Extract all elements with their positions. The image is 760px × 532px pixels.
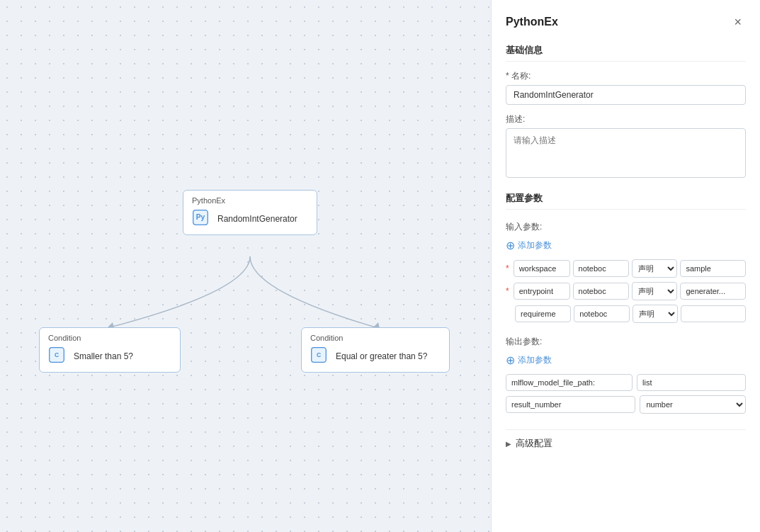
param-type-input-0[interactable]: [573, 260, 630, 277]
add-input-param-button[interactable]: ⊕ 添加参数: [506, 237, 552, 254]
param-name-input-1[interactable]: [514, 283, 570, 300]
plus-icon: ⊕: [506, 239, 515, 252]
output-type-select-1[interactable]: number list string: [640, 395, 746, 414]
add-output-param-label: 添加参数: [518, 354, 552, 366]
param-type-input-1[interactable]: [573, 283, 630, 300]
required-star-1: *: [506, 286, 509, 296]
name-field-container: * 名称:: [506, 70, 746, 113]
right-panel: PythonEx × 基础信息 * 名称: 描述: 配置参数 输入参数: ⊕ 添…: [491, 0, 760, 532]
config-section-title: 配置参数: [506, 192, 746, 210]
condition-right-label: Equal or greater than 5?: [336, 351, 427, 361]
advanced-section: ▶ 高级配置: [506, 429, 746, 450]
condition-right-title: Condition: [310, 334, 441, 342]
advanced-toggle[interactable]: ▶ 高级配置: [506, 437, 746, 450]
param-decl-select-2[interactable]: 声明: [633, 305, 678, 323]
output-row-0: [506, 374, 746, 391]
pythonex-node[interactable]: PythonEx Py RandomIntGenerator: [183, 190, 317, 235]
close-button[interactable]: ×: [730, 14, 746, 30]
desc-field-container: 描述:: [506, 113, 746, 192]
condition-left-label: Smaller than 5?: [74, 351, 133, 361]
param-row-0: * 声明: [506, 259, 746, 278]
output-row-1: number list string: [506, 395, 746, 414]
param-type-input-2[interactable]: [574, 305, 630, 322]
param-name-input-2[interactable]: [515, 305, 571, 322]
connector-lines: [0, 0, 491, 532]
desc-label: 描述:: [506, 113, 746, 125]
add-input-param-label: 添加参数: [518, 239, 552, 251]
svg-text:Py: Py: [196, 213, 205, 221]
condition-left-node[interactable]: Condition C Smaller than 5?: [39, 327, 181, 373]
name-input[interactable]: [506, 85, 746, 105]
pythonex-node-label: RandomIntGenerator: [217, 214, 297, 224]
input-params-label: 输入参数:: [506, 221, 746, 233]
param-decl-select-0[interactable]: 声明: [632, 259, 677, 278]
param-row-1: * 声明: [506, 282, 746, 300]
output-params-section: 输出参数: ⊕ 添加参数 number list string: [506, 336, 746, 418]
param-row-2: 声明: [506, 305, 746, 323]
advanced-label: 高级配置: [516, 437, 552, 450]
param-value-input-2[interactable]: [681, 305, 746, 322]
desc-textarea[interactable]: [506, 128, 746, 178]
pythonex-node-title: PythonEx: [192, 196, 308, 205]
param-value-input-1[interactable]: [680, 283, 746, 300]
condition-left-title: Condition: [48, 334, 171, 342]
output-name-input-0[interactable]: [506, 374, 633, 391]
condition-left-icon: C: [48, 346, 68, 366]
param-value-input-0[interactable]: [680, 260, 746, 277]
param-name-input-0[interactable]: [514, 260, 570, 277]
input-params-section: 输入参数: ⊕ 添加参数 * 声明 * 声明: [506, 221, 746, 327]
basic-section-title: 基础信息: [506, 44, 746, 62]
condition-right-node[interactable]: Condition C Equal or greater than 5?: [301, 327, 450, 373]
pythonex-icon: Py: [192, 209, 212, 229]
add-output-param-button[interactable]: ⊕ 添加参数: [506, 352, 552, 368]
workflow-canvas: PythonEx Py RandomIntGenerator Condition…: [0, 0, 491, 532]
param-decl-select-1[interactable]: 声明: [632, 282, 677, 300]
output-type-input-0[interactable]: [637, 374, 746, 391]
panel-title: PythonEx: [506, 16, 558, 28]
chevron-right-icon: ▶: [506, 440, 511, 448]
svg-text:C: C: [317, 351, 321, 358]
name-label: * 名称:: [506, 70, 746, 82]
svg-text:C: C: [55, 351, 59, 358]
condition-right-icon: C: [310, 346, 330, 366]
output-params-label: 输出参数:: [506, 336, 746, 348]
plus-icon-output: ⊕: [506, 353, 515, 367]
output-name-input-1[interactable]: [506, 396, 635, 413]
panel-header: PythonEx ×: [506, 14, 746, 30]
required-star-0: *: [506, 264, 509, 273]
